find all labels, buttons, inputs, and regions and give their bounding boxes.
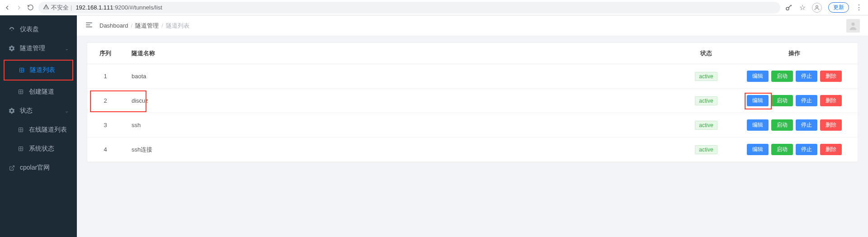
- svg-point-1: [816, 5, 818, 8]
- breadcrumb-mid[interactable]: 隧道管理: [135, 22, 159, 30]
- cell-ops: 编辑启动停止删除: [731, 113, 858, 137]
- main-area: Dashboard / 隧道管理 / 隧道列表 序列 隧道名称 状态 操作: [77, 15, 868, 237]
- url-text: 192.168.1.111:9200/#/tunnels/list: [75, 4, 162, 11]
- svg-point-0: [786, 7, 789, 10]
- stop-button[interactable]: 停止: [796, 95, 817, 106]
- th-index: 序列: [87, 43, 123, 64]
- chevron-down-icon: ⌄: [65, 108, 69, 114]
- sidebar-item-cpolar-site[interactable]: cpolar官网: [0, 158, 77, 177]
- reload-icon[interactable]: [27, 4, 34, 11]
- sidebar-item-label: 隧道管理: [20, 44, 45, 52]
- stop-button[interactable]: 停止: [796, 119, 817, 131]
- cell-index: 1: [87, 64, 123, 89]
- cell-status: active: [681, 64, 731, 89]
- sidebar-item-online-tunnels[interactable]: 在线隧道列表: [0, 120, 77, 139]
- edit-button[interactable]: 编辑: [747, 144, 769, 155]
- cell-status: active: [681, 89, 731, 113]
- grid-icon: [17, 146, 24, 152]
- delete-button[interactable]: 删除: [820, 119, 842, 131]
- sidebar-item-label: cpolar官网: [20, 164, 50, 172]
- sidebar-item-status[interactable]: 状态 ⌄: [0, 101, 77, 120]
- cell-name: ssh连接: [123, 137, 681, 162]
- sidebar-item-label: 创建隧道: [29, 88, 54, 96]
- status-badge: active: [695, 96, 717, 105]
- insecure-icon: [43, 4, 49, 11]
- cell-ops: 编辑启动停止删除: [731, 64, 858, 89]
- gear-icon: [8, 45, 15, 52]
- table-row: 3sshactive编辑启动停止删除: [87, 113, 858, 137]
- delete-button[interactable]: 删除: [820, 144, 842, 155]
- grid-icon: [17, 127, 24, 133]
- breadcrumb-root[interactable]: Dashboard: [99, 22, 128, 29]
- tunnel-table: 序列 隧道名称 状态 操作 1baotaactive编辑启动停止删除2discu…: [87, 43, 858, 162]
- delete-button[interactable]: 删除: [820, 95, 842, 106]
- edit-button[interactable]: 编辑: [747, 119, 769, 131]
- grid-icon: [18, 67, 25, 73]
- table-row: 1baotaactive编辑启动停止删除: [87, 64, 858, 89]
- stop-button[interactable]: 停止: [796, 144, 817, 155]
- browser-chrome: 不安全 | 192.168.1.111:9200/#/tunnels/list …: [0, 0, 868, 15]
- update-button[interactable]: 更新: [828, 2, 849, 13]
- edit-button[interactable]: 编辑: [747, 71, 769, 82]
- sidebar: 仪表盘 隧道管理 ⌄ 隧道列表 创建隧道: [0, 15, 77, 237]
- forward-icon[interactable]: [15, 4, 23, 11]
- table-row: 4ssh连接active编辑启动停止删除: [87, 137, 858, 162]
- table-panel: 序列 隧道名称 状态 操作 1baotaactive编辑启动停止删除2discu…: [87, 43, 858, 162]
- gear-icon: [8, 108, 15, 114]
- cell-name: ssh: [123, 113, 681, 137]
- delete-button[interactable]: 删除: [820, 71, 842, 82]
- edit-button[interactable]: 编辑: [747, 95, 769, 106]
- start-button[interactable]: 启动: [771, 144, 793, 155]
- cell-status: active: [681, 137, 731, 162]
- menu-icon[interactable]: ⋮: [855, 3, 863, 12]
- key-icon[interactable]: [785, 4, 793, 12]
- breadcrumb: Dashboard / 隧道管理 / 隧道列表: [99, 22, 189, 30]
- grid-icon: [17, 89, 24, 95]
- status-badge: active: [695, 145, 717, 154]
- profile-icon[interactable]: [812, 3, 822, 13]
- cell-name: baota: [123, 64, 681, 89]
- sidebar-item-tunnel-create[interactable]: 创建隧道: [0, 82, 77, 101]
- insecure-label: 不安全: [51, 4, 69, 12]
- sidebar-item-system-status[interactable]: 系统状态: [0, 139, 77, 158]
- cell-ops: 编辑启动停止删除: [731, 137, 858, 162]
- start-button[interactable]: 启动: [771, 95, 793, 106]
- external-link-icon: [8, 165, 15, 171]
- svg-point-18: [851, 22, 854, 25]
- cell-index: 2: [87, 89, 123, 113]
- start-button[interactable]: 启动: [771, 71, 793, 82]
- sidebar-item-label: 状态: [20, 107, 33, 115]
- sidebar-item-dashboard[interactable]: 仪表盘: [0, 20, 77, 39]
- topbar: Dashboard / 隧道管理 / 隧道列表: [77, 15, 868, 36]
- sidebar-item-label: 隧道列表: [30, 66, 55, 74]
- breadcrumb-leaf: 隧道列表: [166, 22, 189, 30]
- dashboard-icon: [8, 26, 15, 33]
- svg-line-14: [11, 166, 14, 168]
- star-icon[interactable]: ☆: [799, 4, 806, 11]
- sidebar-item-tunnel-manage[interactable]: 隧道管理 ⌄: [0, 39, 77, 58]
- cell-status: active: [681, 113, 731, 137]
- status-badge: active: [695, 121, 717, 130]
- sidebar-item-label: 在线隧道列表: [29, 126, 67, 134]
- user-avatar[interactable]: [846, 19, 860, 33]
- menu-toggle-icon[interactable]: [85, 21, 93, 31]
- status-badge: active: [695, 72, 717, 81]
- cell-index: 3: [87, 113, 123, 137]
- sidebar-item-tunnel-list[interactable]: 隧道列表: [5, 61, 72, 80]
- th-status: 状态: [681, 43, 731, 64]
- highlight-sidebar-active: 隧道列表: [4, 60, 73, 81]
- th-ops: 操作: [731, 43, 858, 64]
- th-name: 隧道名称: [123, 43, 681, 64]
- cell-ops: 编辑启动停止删除: [731, 89, 858, 113]
- stop-button[interactable]: 停止: [796, 71, 817, 82]
- chevron-down-icon: ⌄: [65, 46, 69, 52]
- sidebar-item-label: 系统状态: [29, 145, 54, 153]
- start-button[interactable]: 启动: [771, 119, 793, 131]
- table-row: 2discuzactive编辑启动停止删除: [87, 89, 858, 113]
- back-icon[interactable]: [4, 4, 11, 11]
- sidebar-item-label: 仪表盘: [20, 25, 39, 33]
- cell-index: 4: [87, 137, 123, 162]
- address-bar[interactable]: 不安全 | 192.168.1.111:9200/#/tunnels/list: [38, 2, 780, 14]
- cell-name: discuz: [123, 89, 681, 113]
